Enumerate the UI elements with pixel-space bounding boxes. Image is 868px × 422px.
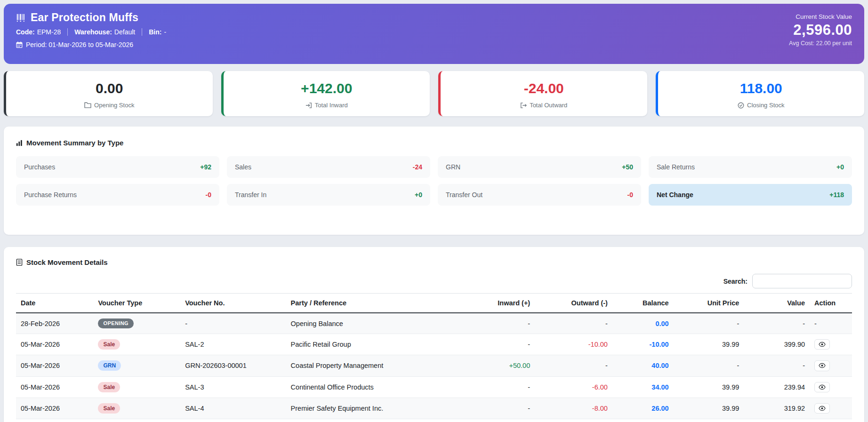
summary-item-label: Transfer Out [446, 191, 482, 199]
cell-voucher-type: Sale [93, 334, 180, 355]
cell-inward: - [464, 313, 535, 334]
summary-item-label: Transfer In [235, 191, 266, 199]
table-header-row: DateVoucher TypeVoucher No.Party / Refer… [16, 294, 852, 313]
summary-item: Purchases +92 [16, 156, 219, 178]
opening-stock-label: Opening Stock [94, 102, 134, 109]
stock-movement-details-card: Stock Movement Details Search: DateVouch… [4, 247, 864, 422]
party-name: Continental Office Products [291, 383, 374, 391]
view-button[interactable] [814, 382, 830, 392]
opening-stock-value: 0.00 [11, 80, 208, 96]
cell-voucher-type: Sale [93, 398, 180, 419]
column-header: Outward (-) [535, 294, 612, 313]
box-arrow-in-icon [305, 102, 312, 109]
bin-label: Bin: [149, 28, 161, 36]
cell-party: Opening Balance [286, 313, 465, 334]
calendar-icon [16, 41, 23, 48]
voucher-type-badge: GRN [98, 360, 121, 371]
summary-item: Net Change +118 [649, 184, 852, 206]
voucher-type-badge: Sale [98, 382, 120, 392]
cell-unit-price: 39.99 [674, 398, 744, 419]
cell-balance: -10.00 [612, 334, 674, 355]
cell-value: 319.92 [744, 398, 810, 419]
details-title: Stock Movement Details [26, 258, 108, 266]
total-inward-label: Total Inward [315, 102, 348, 109]
summary-item-label: Purchase Returns [24, 191, 77, 199]
cell-voucher-no: SAL-2 [180, 334, 286, 355]
cell-inward: - [464, 334, 535, 355]
stat-cards: 0.00 Opening Stock +142.00 Total Inward … [4, 71, 864, 116]
summary-title: Movement Summary by Type [26, 139, 123, 147]
product-header: Ear Protection Muffs Code:EPM-28 Warehou… [4, 4, 864, 64]
summary-item-label: Sales [235, 163, 251, 171]
cell-voucher-no: SAL-3 [180, 376, 286, 398]
table-row: 05-Mar-2026SaleSAL-3Continental Office P… [16, 376, 852, 398]
movement-table-body: 28-Feb-2026OPENING-Opening Balance--0.00… [16, 313, 852, 422]
cell-voucher-type: Purchase [93, 419, 180, 422]
view-button[interactable] [814, 339, 830, 350]
box-arrow-out-icon [520, 102, 527, 109]
summary-item-value: +50 [622, 163, 633, 171]
column-header: Action [810, 294, 852, 313]
product-meta: Code:EPM-28 Warehouse:Default Bin:- [16, 28, 166, 36]
cell-voucher-no: - [180, 313, 286, 334]
cell-date: 05-Mar-2026 [16, 355, 93, 376]
cell-value: - [744, 355, 810, 376]
party-name: Pacific Retail Group [291, 341, 351, 348]
cell-party: Continental Office Products [286, 376, 465, 398]
cell-voucher-no: PUR-5 [180, 419, 286, 422]
cell-date: 05-Mar-2026 [16, 419, 93, 422]
summary-item: Sales -24 [227, 156, 430, 178]
stat-card-total-outward: -24.00 Total Outward [438, 71, 647, 116]
page-title: Ear Protection Muffs [31, 11, 138, 24]
movement-table: DateVoucher TypeVoucher No.Party / Refer… [16, 293, 852, 422]
view-button[interactable] [814, 360, 830, 371]
cell-action [810, 355, 852, 376]
cell-party: Coastal Property Management [286, 355, 465, 376]
cell-balance: 40.00 [612, 355, 674, 376]
table-list-icon [16, 259, 23, 266]
period-text: Period: 01-Mar-2026 to 05-Mar-2026 [26, 41, 133, 48]
cell-voucher-no: GRN-202603-00001 [180, 355, 286, 376]
warehouse-label: Warehouse: [74, 28, 112, 36]
total-inward-value: +142.00 [228, 80, 426, 96]
summary-item: Transfer In +0 [227, 184, 430, 206]
avg-cost-text: Avg Cost: 22.00 per unit [789, 40, 852, 47]
cell-outward: - [535, 355, 612, 376]
cell-unit-price: 39.99 [674, 419, 744, 422]
cell-outward: -8.00 [535, 398, 612, 419]
cell-inward: - [464, 398, 535, 419]
party-name: Premier Safety Equipment Inc. [291, 405, 384, 412]
total-outward-label: Total Outward [530, 102, 567, 109]
summary-item-value: -24 [413, 163, 422, 171]
cell-unit-price: - [674, 313, 744, 334]
movement-summary-card: Movement Summary by Type Purchases +92Sa… [4, 127, 864, 235]
cell-balance: 26.00 [612, 398, 674, 419]
closing-stock-value: 118.00 [663, 80, 860, 96]
column-header: Voucher Type [93, 294, 180, 313]
cell-action [810, 398, 852, 419]
cell-action [810, 419, 852, 422]
cell-voucher-no: SAL-4 [180, 398, 286, 419]
eye-icon [819, 342, 826, 347]
cell-inward: +50.00 [464, 355, 535, 376]
table-row: 05-Mar-2026SaleSAL-4Premier Safety Equip… [16, 398, 852, 419]
search-input[interactable] [752, 274, 852, 288]
cell-balance: 0.00 [612, 313, 674, 334]
page: Ear Protection Muffs Code:EPM-28 Warehou… [0, 0, 868, 422]
cell-date: 28-Feb-2026 [16, 313, 93, 334]
cell-date: 05-Mar-2026 [16, 376, 93, 398]
bar-chart-icon [16, 140, 23, 146]
cell-outward: - [535, 313, 612, 334]
summary-item: GRN +50 [438, 156, 641, 178]
cell-outward: - [535, 419, 612, 422]
warehouse-value: Default [114, 28, 135, 36]
summary-item-label: Net Change [657, 191, 693, 199]
voucher-type-badge: Sale [98, 403, 120, 414]
code-value: EPM-28 [37, 28, 61, 36]
cell-value: 399.90 [744, 334, 810, 355]
stock-value: 2,596.00 [789, 22, 852, 39]
summary-item: Transfer Out -0 [438, 184, 641, 206]
view-button[interactable] [814, 403, 830, 414]
summary-item-value: +0 [836, 163, 844, 171]
column-header: Inward (+) [464, 294, 535, 313]
